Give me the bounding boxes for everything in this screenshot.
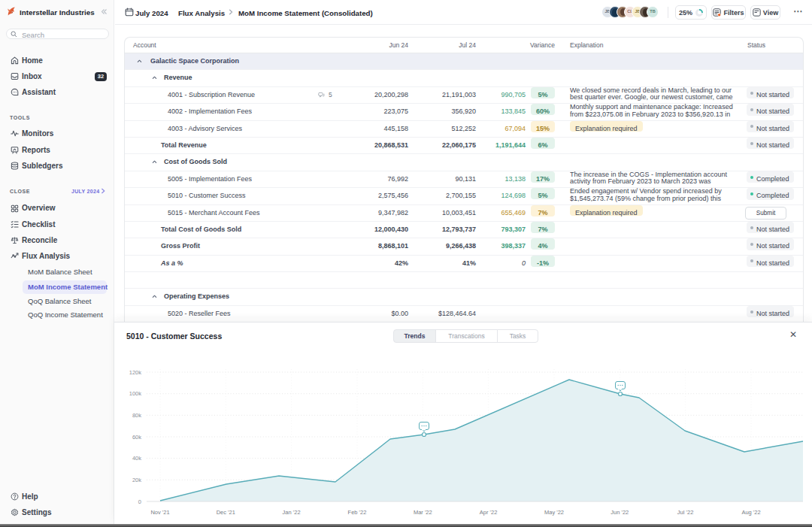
svg-text:20k: 20k — [132, 477, 141, 483]
svg-text:40k: 40k — [132, 455, 141, 462]
svg-text:0: 0 — [138, 498, 141, 505]
svg-text:Nov '21: Nov '21 — [150, 509, 169, 516]
svg-text:100k: 100k — [129, 390, 142, 397]
svg-text:Apr '22: Apr '22 — [480, 509, 498, 516]
svg-text:Jun '22: Jun '22 — [611, 509, 629, 516]
svg-text:120k: 120k — [129, 369, 142, 376]
svg-text:Feb '22: Feb '22 — [348, 509, 367, 516]
svg-text:60k: 60k — [132, 434, 141, 441]
svg-text:Jul '22: Jul '22 — [677, 509, 693, 516]
svg-text:Aug '22: Aug '22 — [741, 509, 760, 516]
svg-text:80k: 80k — [132, 412, 141, 419]
svg-text:Jan '22: Jan '22 — [283, 509, 301, 516]
svg-text:Dec '21: Dec '21 — [217, 509, 235, 516]
svg-text:Mar '22: Mar '22 — [414, 509, 432, 516]
svg-text:May '22: May '22 — [544, 509, 564, 516]
